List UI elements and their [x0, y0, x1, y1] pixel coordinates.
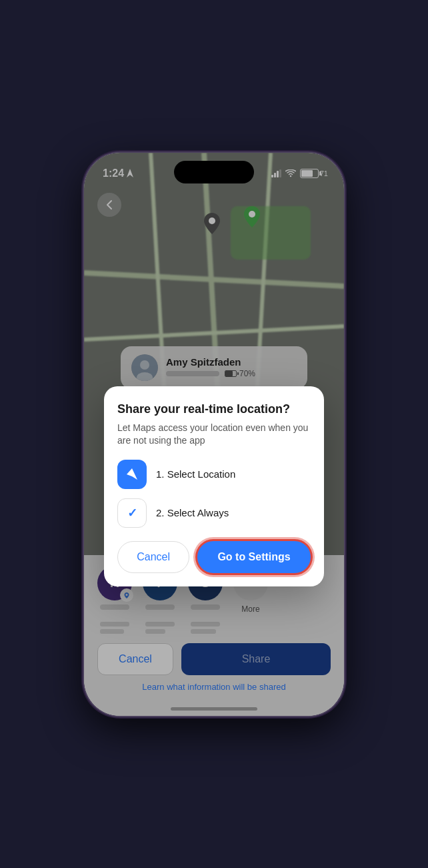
go-to-settings-button[interactable]: Go to Settings [197, 541, 311, 573]
modal-step-2: ✓ 2. Select Always [117, 498, 311, 528]
step1-icon [117, 460, 147, 489]
modal-step-1: 1. Select Location [117, 460, 311, 489]
step2-icon: ✓ [117, 498, 147, 528]
phone-frame: 1:24 [84, 153, 344, 716]
home-indicator [171, 707, 257, 711]
screen: 1:24 [84, 153, 344, 716]
step1-label: 1. Select Location [156, 468, 235, 480]
navigation-icon [125, 467, 139, 482]
permission-modal: Share your real-time location? Let Maps … [104, 386, 324, 586]
modal-description: Let Maps access your location even when … [117, 422, 311, 448]
modal-overlay: Share your real-time location? Let Maps … [84, 153, 344, 716]
modal-cancel-button[interactable]: Cancel [117, 541, 189, 573]
modal-title: Share your real-time location? [117, 402, 311, 416]
check-icon: ✓ [127, 506, 137, 520]
modal-steps: 1. Select Location ✓ 2. Select Always [117, 460, 311, 528]
step2-label: 2. Select Always [156, 507, 229, 518]
modal-buttons: Cancel Go to Settings [117, 541, 311, 573]
